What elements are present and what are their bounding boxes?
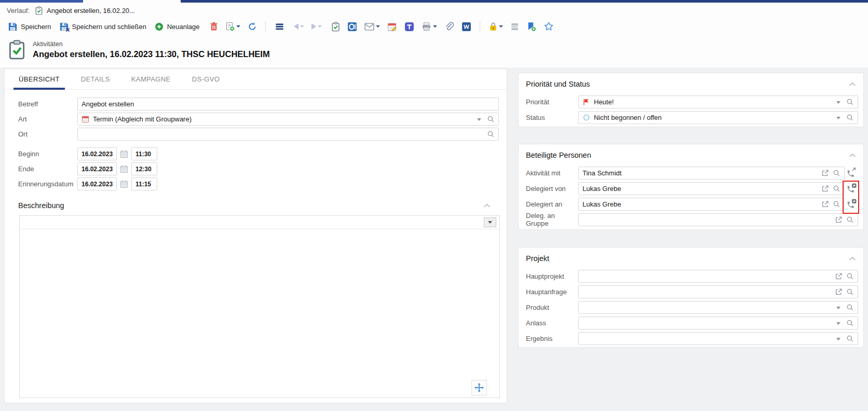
prioritaet-field[interactable]: Heute! xyxy=(578,95,858,108)
hauptprojekt-input[interactable] xyxy=(582,272,831,280)
hauptanfrage-search-button[interactable] xyxy=(846,288,854,296)
close-x-icon xyxy=(65,28,70,32)
anlass-input[interactable] xyxy=(582,319,831,327)
ort-search-button[interactable] xyxy=(487,130,495,138)
deleg-an-gruppe-search-button[interactable] xyxy=(846,216,854,224)
delegiert-an-call-button[interactable] xyxy=(845,199,858,209)
menu-button[interactable] xyxy=(274,21,286,33)
delegiert-an-open-link-button[interactable] xyxy=(821,200,829,208)
permissions-lock-icon xyxy=(489,22,497,31)
nav-forward-dropdown-caret-icon[interactable] xyxy=(318,25,322,30)
beginn-date-field xyxy=(77,147,117,160)
deleg-an-gruppe-input[interactable] xyxy=(582,216,831,224)
beginn-date-input[interactable] xyxy=(82,150,113,158)
delegiert-von-call-button[interactable] xyxy=(845,183,858,194)
aktivitaet-mit-open-link-button[interactable] xyxy=(821,169,829,177)
print-dropdown-caret-icon[interactable] xyxy=(433,25,437,30)
hauptanfrage-field xyxy=(578,285,858,298)
status-field[interactable]: Nicht begonnen / offen xyxy=(578,111,858,124)
produkt-input[interactable] xyxy=(582,304,831,311)
hauptprojekt-open-link-button[interactable] xyxy=(835,272,843,280)
art-dropdown-caret-icon[interactable] xyxy=(477,118,481,123)
beginn-calendar-button[interactable] xyxy=(120,150,128,158)
beginn-time-input[interactable] xyxy=(135,150,153,158)
teams-button[interactable] xyxy=(403,21,415,33)
ergebnis-search-button[interactable] xyxy=(846,335,854,342)
nav-back-dropdown-caret-icon[interactable] xyxy=(300,25,304,30)
tab-details[interactable]: DETAILS xyxy=(76,69,115,89)
permissions-dropdown-caret-icon[interactable] xyxy=(499,25,503,30)
attachment-button[interactable] xyxy=(443,21,455,33)
delete-button[interactable] xyxy=(209,21,219,32)
aktivitaet-mit-search-button[interactable] xyxy=(833,169,840,177)
send-email-button[interactable] xyxy=(363,22,381,32)
delegiert-von-input[interactable] xyxy=(582,185,818,193)
prioritaet-dropdown-caret-icon[interactable] xyxy=(836,101,840,106)
save-button[interactable]: Speichern xyxy=(7,21,53,32)
produkt-dropdown-caret-icon[interactable] xyxy=(836,307,840,311)
ende-calendar-button[interactable] xyxy=(120,165,128,173)
erinnerung-calendar-button[interactable] xyxy=(120,180,128,188)
status-dropdown-caret-icon[interactable] xyxy=(836,117,840,121)
anlass-search-button[interactable] xyxy=(846,319,854,327)
ende-time-input[interactable] xyxy=(135,166,153,173)
aktivitaet-mit-label: Aktivität mit xyxy=(526,169,578,177)
navigate-forward-button[interactable] xyxy=(310,22,323,31)
favorite-button[interactable] xyxy=(542,20,555,33)
hauptanfrage-input[interactable] xyxy=(582,288,831,296)
status-search-button[interactable] xyxy=(846,114,854,121)
copy-record-button[interactable] xyxy=(224,21,241,32)
calendar-entry-button[interactable] xyxy=(386,21,398,33)
description-resize-handle[interactable] xyxy=(471,380,487,395)
deleg-an-gruppe-open-link-button[interactable] xyxy=(835,216,843,224)
description-collapse-button[interactable] xyxy=(482,202,492,209)
priority-status-panel: Priorität und Status Priorität Heute! St… xyxy=(518,73,864,127)
bookmark-add-button[interactable] xyxy=(525,21,537,33)
erinnerung-row: Erinnerungsdatum xyxy=(18,176,507,191)
art-search-button[interactable] xyxy=(487,115,495,123)
ergebnis-input[interactable] xyxy=(582,335,831,342)
aktivitaet-mit-call-button[interactable] xyxy=(845,168,858,178)
anlass-dropdown-caret-icon[interactable] xyxy=(836,322,840,327)
delegiert-an-input[interactable] xyxy=(582,200,818,208)
word-export-button[interactable] xyxy=(460,21,472,33)
navigate-back-button[interactable] xyxy=(293,22,305,31)
betreff-input[interactable] xyxy=(82,100,495,108)
ende-date-input[interactable] xyxy=(82,166,113,173)
history-item-activity[interactable]: Angebot erstellen, 16.02.20... xyxy=(35,6,135,15)
delegiert-an-search-button[interactable] xyxy=(833,200,840,208)
project-collapse-button[interactable] xyxy=(848,255,857,262)
delegiert-von-search-button[interactable] xyxy=(833,185,840,193)
save-and-close-button[interactable]: Speichern und schließen xyxy=(58,21,148,32)
new-plus-icon xyxy=(155,22,164,31)
tab-kampagne[interactable]: KAMPAGNE xyxy=(126,69,176,89)
description-textarea[interactable] xyxy=(20,229,499,398)
erinnerung-time-input[interactable] xyxy=(135,181,153,188)
mail-dropdown-caret-icon[interactable] xyxy=(376,25,380,30)
ergebnis-dropdown-caret-icon[interactable] xyxy=(836,338,840,342)
priority-status-collapse-button[interactable] xyxy=(848,81,857,88)
open-activity-button[interactable] xyxy=(330,21,341,33)
delegiert-von-open-link-button[interactable] xyxy=(821,185,829,193)
ort-input[interactable] xyxy=(82,130,483,138)
archive-button[interactable] xyxy=(509,21,520,32)
permissions-button[interactable] xyxy=(488,21,504,32)
delegiert-an-field xyxy=(578,198,845,211)
refresh-button[interactable] xyxy=(247,21,258,32)
new-record-button[interactable]: Neuanlage xyxy=(153,21,201,32)
outlook-button[interactable] xyxy=(346,21,358,33)
hauptprojekt-search-button[interactable] xyxy=(846,272,854,280)
print-button[interactable] xyxy=(421,21,438,32)
copy-dropdown-caret-icon[interactable] xyxy=(236,25,240,30)
produkt-search-button[interactable] xyxy=(846,304,854,311)
delete-trash-icon xyxy=(210,22,218,31)
art-field[interactable]: Termin (Abgleich mit Groupware) xyxy=(77,113,499,126)
description-format-dropdown[interactable] xyxy=(484,217,496,227)
erinnerung-date-input[interactable] xyxy=(82,181,113,188)
participants-collapse-button[interactable] xyxy=(848,152,857,159)
tab-dsgvo[interactable]: DS-GVO xyxy=(187,69,225,89)
aktivitaet-mit-input[interactable] xyxy=(582,169,818,177)
tab-uebersicht[interactable]: ÜBERSICHT xyxy=(13,69,65,89)
hauptanfrage-open-link-button[interactable] xyxy=(835,288,843,296)
prioritaet-search-button[interactable] xyxy=(846,98,854,106)
